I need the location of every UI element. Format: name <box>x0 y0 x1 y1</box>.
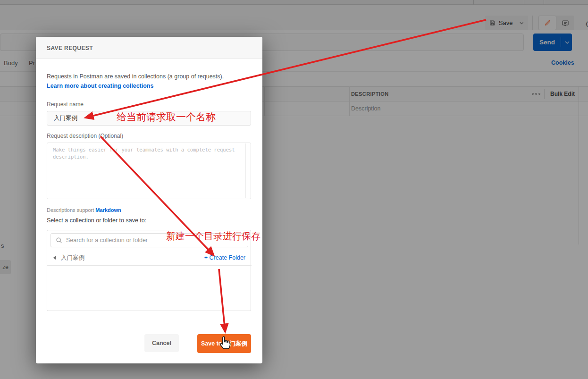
modal-title: SAVE REQUEST <box>47 45 93 51</box>
markdown-note: Descriptions support Markdown <box>47 207 121 213</box>
request-description-label: Request description (Optional) <box>47 133 123 139</box>
learn-more-link[interactable]: Learn more about creating collections <box>47 83 153 89</box>
request-name-input[interactable] <box>47 111 251 126</box>
select-collection-label: Select a collection or folder to save to… <box>47 217 146 224</box>
collapse-left-icon[interactable] <box>53 256 56 260</box>
save-request-modal: SAVE REQUEST Requests in Postman are sav… <box>36 37 262 363</box>
collection-row[interactable]: 入门案例 + Create Folder <box>47 250 252 266</box>
collection-picker: 入门案例 + Create Folder <box>47 230 251 311</box>
save-to-collection-button[interactable]: Save to 入门案例 <box>197 334 251 353</box>
request-name-label: Request name <box>47 101 84 108</box>
cancel-button[interactable]: Cancel <box>144 334 179 352</box>
request-description-textarea[interactable] <box>47 143 251 199</box>
markdown-link[interactable]: Markdown <box>95 207 121 213</box>
collection-search-box[interactable] <box>50 233 248 247</box>
search-icon <box>56 237 62 244</box>
collection-name: 入门案例 <box>61 254 84 262</box>
postman-window: Save ❬ Send <box>0 0 588 379</box>
modal-intro-text: Requests in Postman are saved in collect… <box>47 73 224 80</box>
modal-header: SAVE REQUEST <box>36 37 262 59</box>
collection-search-input[interactable] <box>66 237 243 244</box>
create-folder-link[interactable]: + Create Folder <box>204 254 245 261</box>
textarea-scrollbar[interactable] <box>245 143 246 198</box>
